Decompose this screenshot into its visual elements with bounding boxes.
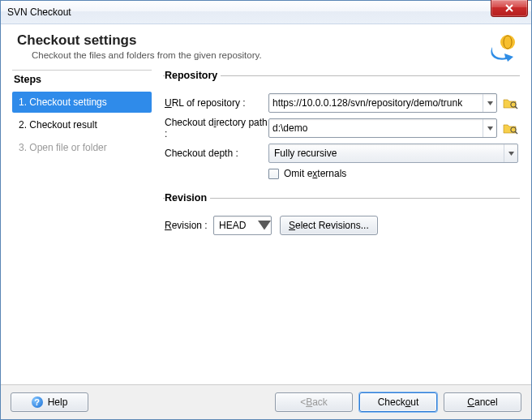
dir-input[interactable] [269, 119, 483, 137]
chevron-down-icon [487, 101, 493, 105]
page-subtitle: Checkout the files and folders from the … [32, 50, 262, 60]
repository-legend: Repository [165, 70, 221, 81]
titlebar: SVN Checkout [1, 1, 531, 24]
revision-value: HEAD [214, 220, 258, 231]
chevron-down-icon [487, 126, 493, 131]
folder-search-icon [502, 95, 518, 111]
step-checkout-result[interactable]: 2. Checkout result [12, 114, 152, 135]
revision-combo[interactable]: HEAD [213, 216, 272, 235]
omit-externals-label: Omit externals [284, 168, 346, 179]
depth-label: Checkout depth : [165, 148, 268, 159]
url-label: URL of repository : [165, 97, 268, 109]
folder-search-icon [502, 120, 518, 136]
steps-panel: Steps 1. Checkout settings 2. Checkout r… [12, 70, 152, 384]
chevron-down-icon [258, 221, 271, 229]
url-dropdown-button[interactable] [483, 94, 496, 112]
dir-browse-button[interactable] [502, 120, 518, 136]
svg-point-0 [500, 35, 515, 49]
svn-checkout-window: SVN Checkout Checkout settings Checkout … [0, 0, 532, 420]
dir-label: Checkout directory path : [165, 117, 268, 139]
url-browse-button[interactable] [502, 95, 518, 111]
url-combo[interactable] [268, 93, 497, 113]
help-button[interactable]: ? Help [11, 392, 88, 412]
footer: ? Help < Back Checkout Cancel [1, 384, 531, 419]
revision-dropdown-button[interactable] [258, 216, 271, 234]
steps-heading: Steps [14, 74, 152, 85]
help-label: Help [48, 396, 68, 408]
help-icon: ? [32, 396, 43, 408]
close-button[interactable] [491, 0, 528, 17]
revision-legend: Revision [165, 192, 210, 204]
cancel-button[interactable]: Cancel [444, 392, 521, 412]
close-icon [505, 4, 513, 12]
chevron-down-icon [508, 152, 514, 156]
url-input[interactable] [269, 94, 483, 112]
repository-group: Repository URL of repository : [163, 70, 520, 184]
step-open-file: 3. Open file or folder [12, 137, 152, 158]
select-revisions-button[interactable]: Select Revisions... [280, 216, 378, 235]
main-panel: Repository URL of repository : [163, 70, 520, 384]
step-checkout-settings[interactable]: 1. Checkout settings [12, 92, 152, 113]
depth-value: Fully recursive [269, 148, 504, 159]
depth-combo[interactable]: Fully recursive [268, 144, 518, 163]
header: Checkout settings Checkout the files and… [1, 24, 531, 70]
svn-logo-icon [489, 32, 518, 62]
depth-dropdown-button[interactable] [504, 144, 517, 162]
revision-label: Revision : [165, 220, 213, 231]
revision-group: Revision Revision : HEAD Select Revision… [163, 192, 520, 242]
dir-dropdown-button[interactable] [483, 119, 496, 137]
checkout-button[interactable]: Checkout [359, 392, 437, 412]
page-title: Checkout settings [17, 32, 262, 49]
omit-externals-row[interactable]: Omit externals [268, 168, 518, 179]
omit-externals-checkbox[interactable] [268, 169, 279, 179]
dir-combo[interactable] [268, 118, 497, 138]
back-button: < Back [275, 392, 353, 412]
window-title: SVN Checkout [7, 6, 71, 18]
